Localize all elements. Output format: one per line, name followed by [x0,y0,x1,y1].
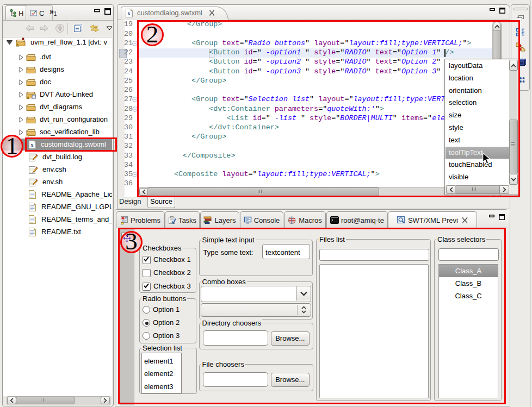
svg-text:x: x [128,10,131,16]
svg-text:!: ! [17,44,18,47]
